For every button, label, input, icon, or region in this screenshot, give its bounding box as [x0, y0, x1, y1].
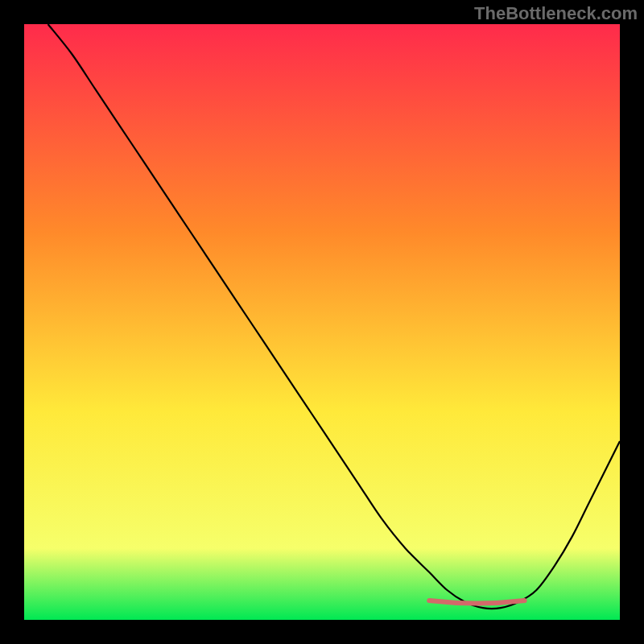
near-min-marker — [429, 601, 524, 604]
plot-background — [24, 24, 620, 620]
bottleneck-chart — [24, 24, 620, 620]
watermark-text: TheBottleneck.com — [474, 3, 638, 24]
chart-container: TheBottleneck.com — [0, 0, 644, 644]
